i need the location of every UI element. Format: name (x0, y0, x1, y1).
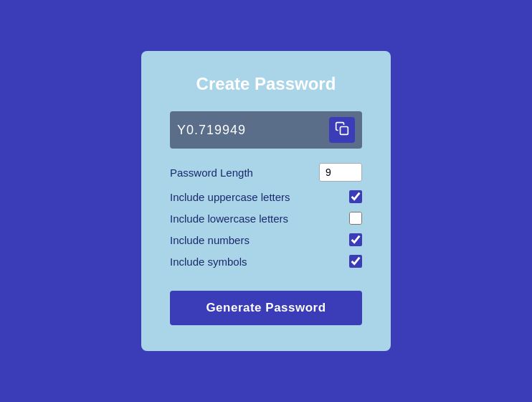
option-row-symbols: Include symbols (170, 255, 362, 268)
card-title: Create Password (170, 74, 362, 94)
options-container: Include uppercase lettersInclude lowerca… (170, 190, 362, 268)
option-checkbox-numbers[interactable] (349, 233, 362, 246)
clipboard-icon (335, 121, 349, 139)
option-checkbox-uppercase[interactable] (349, 190, 362, 203)
option-checkbox-symbols[interactable] (349, 255, 362, 268)
generate-password-button[interactable]: Generate Password (170, 291, 362, 325)
password-card: Create Password Y0.719949 Password Lengt… (141, 51, 391, 351)
option-row-uppercase: Include uppercase letters (170, 190, 362, 203)
option-checkbox-lowercase[interactable] (349, 212, 362, 225)
option-label-numbers: Include numbers (170, 234, 250, 246)
option-row-numbers: Include numbers (170, 233, 362, 246)
option-row-lowercase: Include lowercase letters (170, 212, 362, 225)
option-label-uppercase: Include uppercase letters (170, 191, 290, 203)
option-label-lowercase: Include lowercase letters (170, 212, 288, 225)
copy-button[interactable] (329, 117, 355, 143)
password-display: Y0.719949 (170, 111, 362, 149)
svg-rect-0 (341, 126, 348, 134)
password-length-row: Password Length (170, 163, 362, 182)
password-length-input[interactable] (319, 163, 362, 182)
password-text: Y0.719949 (177, 123, 246, 138)
password-length-label: Password Length (170, 167, 253, 179)
option-label-symbols: Include symbols (170, 256, 247, 268)
